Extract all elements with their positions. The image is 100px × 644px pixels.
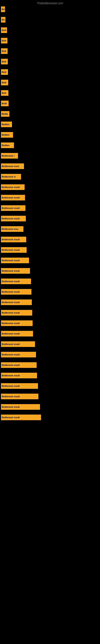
bar-row: Bottleneck result: [1, 308, 100, 318]
result-bar: Bottleneck result: [1, 331, 33, 336]
result-bar: Bott: [1, 38, 7, 44]
bar-label: Bott: [2, 40, 6, 42]
bar-row: Bottleneck r: [1, 150, 100, 161]
bar-label: Bottleneck re: [2, 176, 16, 178]
bar-row: Bott: [1, 25, 100, 36]
bar-label: Bo: [2, 18, 5, 21]
bar-row: Bottleneck result: [1, 297, 100, 308]
result-bar: Bottleneck result: [1, 310, 32, 316]
bar-row: Bottleneck result: [1, 318, 100, 328]
bar-label: Bott: [2, 81, 6, 84]
bar-label: Bott: [2, 71, 6, 73]
bar-row: Bottleneck result: [1, 266, 100, 276]
bar-row: Bott: [1, 77, 100, 88]
result-bar: Bott: [1, 69, 8, 75]
bar-label: Bott: [2, 60, 6, 63]
result-bar: Bottleneck resu: [1, 226, 23, 232]
result-bar: Bottleneck result: [1, 237, 26, 242]
bar-label: Bottleneck result: [2, 374, 20, 377]
bar-row: Bottleneck result: [1, 328, 100, 339]
bar-label: Bottleneck result: [2, 385, 20, 387]
bar-label: Bottleneck result: [2, 364, 20, 366]
bar-label: Bottleneck result: [2, 186, 20, 188]
bar-row: Bott: [1, 36, 100, 46]
result-bar: Bottl: [1, 100, 9, 106]
result-bar: Bottleneck r: [1, 153, 18, 158]
bar-label: Bott: [2, 29, 6, 32]
bar-label: Bottleneck result: [2, 280, 20, 282]
result-bar: Bott: [1, 90, 8, 96]
bar-label: Bottleneck result: [2, 406, 20, 408]
bar-row: Bottlen: [1, 119, 100, 130]
bar-label: Bott: [2, 92, 6, 94]
result-bar: Bottleneck result: [1, 414, 41, 420]
result-bar: Bottleneck result: [1, 394, 38, 399]
result-bar: Bottleneck result: [1, 268, 30, 274]
result-bar: Bottleneck result: [1, 278, 31, 284]
bar-label: Bottleneck resul: [2, 165, 19, 168]
bars-container: BoBoBottBottBottBottBottBottBottBottlBot…: [0, 4, 100, 422]
result-bar: Bottlen: [1, 132, 13, 138]
bar-label: Bottleneck r: [2, 154, 15, 157]
bar-label: Bottlen: [2, 144, 9, 146]
result-bar: Bottleneck result: [1, 195, 25, 200]
bar-row: Bott: [1, 88, 100, 98]
bar-row: Bottleneck result: [1, 381, 100, 391]
bar-row: Bottle: [1, 109, 100, 119]
bar-row: Bottleneck re: [1, 172, 100, 182]
bar-label: Bottleneck result: [2, 354, 20, 356]
result-bar: Bottleneck resul: [1, 164, 24, 169]
bar-label: Bottleneck result: [2, 290, 20, 293]
bar-label: Bo: [2, 8, 5, 10]
result-bar: Bott: [1, 80, 8, 85]
bar-row: Bottleneck result: [1, 276, 100, 286]
bar-label: Bottleneck result: [2, 332, 20, 335]
bar-row: Bottleneck result: [1, 412, 100, 422]
bar-row: Bottleneck result: [1, 286, 100, 297]
bar-label: Bott: [2, 50, 6, 52]
result-bar: Bott: [1, 48, 8, 54]
bar-row: Bottlen: [1, 140, 100, 150]
bar-row: Bottleneck result: [1, 245, 100, 255]
result-bar: Bottlen: [1, 142, 14, 148]
bar-row: Bottleneck result: [1, 192, 100, 203]
result-bar: Bottleneck result: [1, 289, 31, 295]
result-bar: Bottleneck result: [1, 352, 36, 358]
result-bar: Bott: [1, 27, 7, 33]
bar-row: Bottleneck result: [1, 360, 100, 370]
bar-row: Bottleneck result: [1, 203, 100, 213]
bar-row: Bottleneck result: [1, 339, 100, 349]
bar-row: Bottleneck resul: [1, 161, 100, 172]
bar-label: Bottl: [2, 102, 7, 105]
bar-label: Bottlen: [2, 123, 9, 126]
bar-label: Bottleneck result: [2, 416, 20, 418]
result-bar: Bottleneck result: [1, 184, 25, 190]
bar-label: Bottleneck result: [2, 207, 20, 209]
bar-label: Bottleneck result: [2, 270, 20, 272]
bar-label: Bottleneck result: [2, 395, 20, 398]
bar-row: Bottleneck resu: [1, 224, 100, 234]
result-bar: Bottleneck result: [1, 320, 33, 326]
bar-label: Bottlen: [2, 134, 9, 136]
result-bar: Bottleneck result: [1, 247, 27, 253]
bar-row: Bottleneck result: [1, 370, 100, 381]
result-bar: Bottleneck result: [1, 341, 35, 347]
bar-row: Bottlen: [1, 130, 100, 140]
result-bar: Bott: [1, 59, 8, 64]
bar-label: Bottleneck resu: [2, 228, 18, 230]
bar-row: Bott: [1, 46, 100, 56]
bar-row: Bott: [1, 56, 100, 67]
result-bar: Bottleneck result: [1, 300, 32, 305]
bar-row: Bottleneck result: [1, 213, 100, 224]
bar-row: Bottleneck result: [1, 255, 100, 266]
bar-label: Bottleneck result: [2, 301, 20, 304]
result-bar: Bottlen: [1, 122, 12, 127]
bar-label: Bottleneck result: [2, 249, 20, 251]
bar-label: Bottleneck result: [2, 259, 20, 262]
bar-row: Bo: [1, 4, 100, 14]
bar-row: Bottleneck result: [1, 182, 100, 192]
result-bar: Bottle: [1, 111, 9, 117]
result-bar: Bo: [1, 17, 5, 22]
bar-row: Bottleneck result: [1, 391, 100, 402]
bar-label: Bottleneck result: [2, 196, 20, 199]
